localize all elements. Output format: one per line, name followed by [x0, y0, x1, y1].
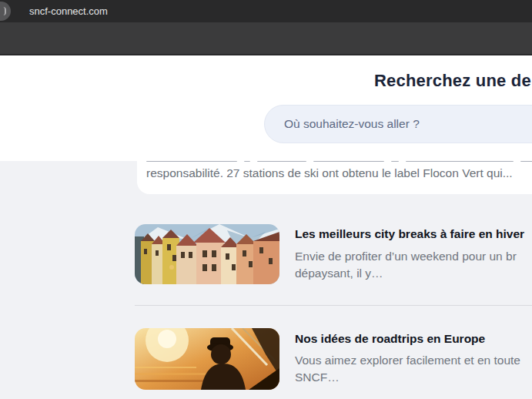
search-heading: Recherchez une de [374, 71, 531, 91]
winter-city-thumbnail[interactable] [135, 224, 279, 284]
browser-window: sncf-connect.com responsabilité. 27 stat… [0, 0, 532, 399]
search-pill[interactable] [264, 105, 532, 143]
article-title[interactable]: Les meilleurs city breaks à faire en hiv… [295, 227, 524, 241]
article-description-line: Vous aimez explorer facilement et en tou… [295, 354, 520, 367]
article-description-line: dépaysant, il y… [295, 267, 383, 280]
article-description-line: Envie de profiter d’un weekend pour un b… [295, 250, 517, 263]
search-header: Recherchez une de [0, 55, 532, 161]
chrome-divider [0, 54, 532, 55]
feed-divider [135, 305, 532, 306]
search-input[interactable] [265, 106, 532, 142]
article-description-line: SNCF… [295, 370, 340, 384]
roadtrip-sunset-thumbnail[interactable] [135, 328, 279, 390]
browser-toolbar [0, 22, 532, 54]
scrolled-article-text: responsabilité. 27 stations de ski ont o… [146, 166, 513, 180]
article-title[interactable]: Nos idées de roadtrips en Europe [295, 332, 485, 346]
url-text[interactable]: sncf-connect.com [29, 0, 108, 22]
